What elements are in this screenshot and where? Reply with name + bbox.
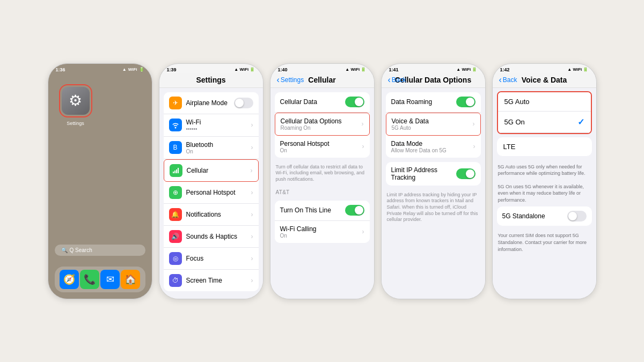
cellular-data-text: Cellular Data xyxy=(280,98,345,106)
wifi-calling-sublabel: On xyxy=(280,233,360,239)
mail-icon[interactable]: ✉ xyxy=(100,270,120,289)
limit-ip-label: Limit IP Address Tracking xyxy=(391,166,456,181)
focus-icon: ◎ xyxy=(169,252,182,265)
wifi-label: Wi-Fi xyxy=(186,119,249,126)
row-data-roaming[interactable]: Data Roaming xyxy=(386,92,481,113)
safari-icon[interactable]: 🧭 xyxy=(60,270,79,289)
limit-ip-text: Limit IP Address Tracking xyxy=(391,166,456,181)
row-voice-data[interactable]: Voice & Data 5G Auto › xyxy=(386,113,481,136)
row-wifi[interactable]: Wi-Fi •••••• › xyxy=(164,114,259,137)
cellular-text: Cellular xyxy=(187,167,248,174)
nav-bar-5: Back Voice & Data xyxy=(493,73,596,88)
phone-icon[interactable]: 📞 xyxy=(80,270,99,289)
5g-standalone-row[interactable]: 5G Standalone xyxy=(502,211,587,221)
lte-label: LTE xyxy=(503,143,586,151)
app-dock: 🧭 📞 ✉ 🏠 xyxy=(55,267,145,292)
sounds-text: Sounds & Haptics xyxy=(186,233,249,240)
data-roaming-label: Data Roaming xyxy=(391,98,456,106)
row-cellular-data-options[interactable]: Cellular Data Options Roaming On › xyxy=(275,113,370,136)
airplane-mode-label: Airplane Mode xyxy=(186,99,234,107)
personal-hotspot-icon: ⊕ xyxy=(169,186,182,199)
option-5g-auto[interactable]: 5G Auto xyxy=(498,92,591,112)
personal-hotspot-label: Personal Hotspot xyxy=(186,189,249,196)
5g-standalone-group: 5G Standalone xyxy=(497,206,592,226)
cellular-label: Cellular xyxy=(187,167,248,174)
row-airplane-mode[interactable]: ✈ Airplane Mode xyxy=(164,92,259,114)
row-sounds[interactable]: 🔊 Sounds & Haptics › xyxy=(164,226,259,248)
limit-ip-desc: Limit IP address tracking by hiding your… xyxy=(382,190,485,226)
att-section: AT&T xyxy=(270,186,374,196)
row-wifi-calling[interactable]: Wi-Fi Calling On › xyxy=(275,221,370,243)
limit-ip-toggle[interactable] xyxy=(456,168,475,179)
settings-app-label: Settings xyxy=(59,121,92,126)
data-mode-chevron: › xyxy=(473,143,475,150)
row-focus[interactable]: ◎ Focus › xyxy=(164,248,259,270)
turn-on-line-toggle[interactable] xyxy=(345,205,364,216)
row-notifications[interactable]: 🔔 Notifications › xyxy=(164,204,259,226)
back-cdo[interactable]: Back xyxy=(499,76,517,84)
home-icon[interactable]: 🏠 xyxy=(121,270,140,289)
voice-data-text: Voice & Data 5G Auto xyxy=(392,117,471,131)
wifi-sublabel: •••••• xyxy=(186,126,249,132)
svg-rect-3 xyxy=(178,168,179,173)
cellular-data-options-settings: Data Roaming Voice & Data 5G Auto › Data… xyxy=(382,88,485,299)
phone-3: 1:40 ▲ WiFi 🔋 Settings Cellular Cellular… xyxy=(270,63,375,299)
search-bar[interactable]: 🔍 Q Search xyxy=(55,245,145,256)
row-limit-ip[interactable]: Limit IP Address Tracking xyxy=(386,162,481,186)
row-cellular-data[interactable]: Cellular Data xyxy=(275,92,370,113)
back-cellular[interactable]: Back xyxy=(388,76,406,84)
data-mode-sublabel: Allow More Data on 5G xyxy=(391,147,471,153)
5g-auto-label: 5G Auto xyxy=(504,98,584,106)
personal-hotspot-text: Personal Hotspot xyxy=(186,189,249,196)
time-4: 1:41 xyxy=(389,67,399,72)
5g-auto-desc: 5G Auto uses 5G only when needed for per… xyxy=(493,160,596,180)
5g-standalone-desc: Your current SIM does not support 5G Sta… xyxy=(493,229,596,256)
data-roaming-toggle[interactable] xyxy=(456,97,475,107)
focus-chevron: › xyxy=(251,255,253,262)
settings-list: ✈ Airplane Mode Wi-Fi •••••• › xyxy=(159,88,263,299)
cellular-data-toggle[interactable] xyxy=(345,97,364,107)
5g-standalone-toggle[interactable] xyxy=(567,211,587,221)
row-personal-hotspot[interactable]: ⊕ Personal Hotspot › xyxy=(164,182,259,204)
status-bar-4: 1:41 ▲ WiFi 🔋 xyxy=(382,64,485,73)
sounds-chevron: › xyxy=(251,233,253,240)
row-screen-time[interactable]: ⏱ Screen Time › xyxy=(164,270,259,291)
sounds-icon: 🔊 xyxy=(169,230,182,243)
row-turn-on-line[interactable]: Turn On This Line xyxy=(275,201,370,221)
svg-rect-2 xyxy=(176,169,177,173)
row-data-mode[interactable]: Data Mode Allow More Data on 5G › xyxy=(386,136,481,158)
cellular-settings: Cellular Data Cellular Data Options Roam… xyxy=(270,88,374,299)
airplane-mode-toggle[interactable] xyxy=(234,98,253,108)
nav-bar-4: Back Cellular Data Options xyxy=(382,73,485,88)
gear-icon: ⚙ xyxy=(69,92,82,109)
option-5g-on[interactable]: 5G On ✓ xyxy=(498,112,591,133)
personal-hotspot-cellular-label: Personal Hotspot xyxy=(280,140,360,147)
row-personal-hotspot-cellular[interactable]: Personal Hotspot On › xyxy=(275,136,370,158)
voice-data-label: Voice & Data xyxy=(392,117,471,125)
voice-data-settings: 5G Auto 5G On ✓ LTE 5G Auto uses 5G only… xyxy=(493,88,596,299)
home-screen: ⚙ Settings 🔍 Q Search 🧭 📞 ✉ 🏠 xyxy=(48,73,152,299)
notifications-text: Notifications xyxy=(186,211,249,218)
settings-app-icon[interactable]: ⚙ xyxy=(62,87,90,115)
cellular-data-options-sublabel: Roaming On xyxy=(281,125,360,131)
row-cellular[interactable]: Cellular › xyxy=(164,159,259,182)
cellular-data-label: Cellular Data xyxy=(280,98,345,106)
back-settings[interactable]: Settings xyxy=(277,76,304,84)
sounds-label: Sounds & Haptics xyxy=(186,233,249,240)
personal-hotspot-cellular-sublabel: On xyxy=(280,147,360,153)
screen-time-label: Screen Time xyxy=(186,277,249,284)
status-icons-2: ▲ WiFi 🔋 xyxy=(234,67,255,72)
cellular-icon xyxy=(170,164,182,177)
nav-title-2: Settings xyxy=(196,76,225,84)
option-lte[interactable]: LTE xyxy=(497,137,592,156)
turn-on-line-text: Turn On This Line xyxy=(280,206,345,214)
nav-title-5: Voice & Data xyxy=(522,76,567,84)
lte-group: LTE xyxy=(497,137,592,156)
airplane-mode-text: Airplane Mode xyxy=(186,99,234,107)
row-bluetooth[interactable]: B Bluetooth On › xyxy=(164,137,259,159)
personal-hotspot-chevron: › xyxy=(251,189,253,196)
bluetooth-text: Bluetooth On xyxy=(186,141,249,154)
search-text: Q Search xyxy=(70,247,92,253)
time-3: 1:40 xyxy=(278,67,288,72)
cellular-group-2: Turn On This Line Wi-Fi Calling On › xyxy=(275,201,370,243)
